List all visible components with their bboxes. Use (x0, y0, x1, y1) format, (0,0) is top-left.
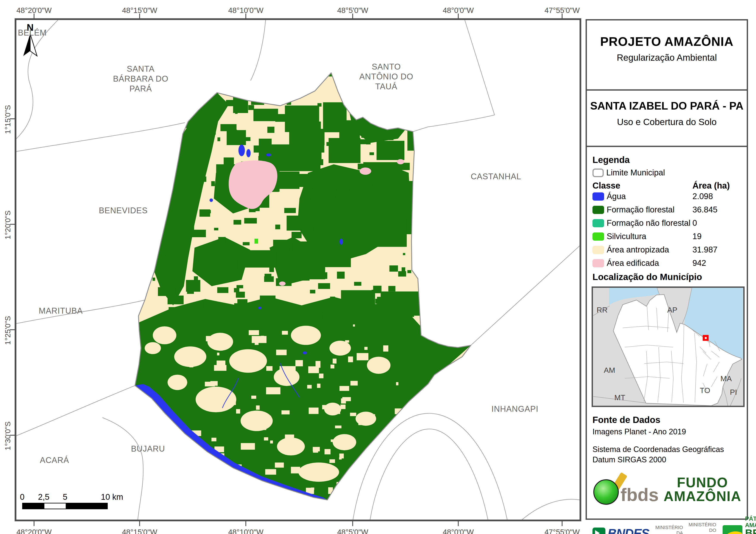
lon-label-bot-0: 48°20'0"W (16, 528, 51, 534)
state-label-to: TO (700, 386, 710, 394)
lon-label-bot-2: 48°10'0"W (228, 528, 263, 534)
ministerio-meio-ambiente-line1: MINISTÉRIO DO (688, 522, 716, 533)
tick (562, 521, 562, 526)
legend-row-antropizada: Área antropizada 31.987 (592, 245, 741, 254)
limite-municipal-label: Limite Municipal (606, 168, 665, 177)
tick (10, 224, 14, 225)
fbds-logo-text: fbds (620, 485, 659, 505)
map-label-santo-antonio: SANTO ANTÔNIO DO TAUÁ (359, 62, 414, 91)
north-arrow: N (17, 20, 47, 59)
project-subtitle: Regularização Ambiental (587, 53, 747, 63)
legend-swatch-silvicultura (592, 233, 604, 241)
state-label-ma: MA (720, 374, 732, 383)
legend-limite-row: Limite Municipal (592, 168, 741, 177)
tick (10, 118, 14, 119)
legend-swatch-edificada (592, 259, 604, 267)
tick (245, 521, 246, 526)
scalebar-10km: 10 km (101, 493, 123, 502)
municipality-box: SANTA IZABEL DO PARÁ - PA Uso e Cobertur… (587, 100, 747, 147)
tick (34, 521, 35, 526)
location-heading: Localização do Município (592, 272, 741, 282)
legend-label-florestal: Formação florestal (607, 205, 692, 215)
map-label-belem: BELÉM (18, 28, 47, 38)
map-frame (14, 18, 581, 521)
tick (139, 13, 140, 18)
source-heading: Fonte de Dados (592, 415, 741, 425)
project-title: PROJETO AMAZÔNIA (587, 34, 747, 49)
legend-area-header: Área (ha) (692, 181, 730, 191)
scalebar-5: 5 (63, 493, 67, 502)
legend-row-silvicultura: Silvicultura 19 (592, 232, 741, 241)
lon-label-bot-5: 47°55'0"W (544, 528, 580, 534)
legend-area-florestal: 36.845 (692, 205, 717, 215)
lon-label-top-1: 48°15'0"W (122, 6, 157, 14)
legend-row-nao-florestal: Formação não florestal 0 (592, 218, 741, 228)
legend-row-agua: Água 2.098 (592, 192, 741, 201)
map-label-acara: ACARÁ (40, 455, 69, 465)
legend-area-nao-florestal: 0 (692, 218, 697, 228)
legend-label-antropizada: Área antropizada (607, 245, 692, 254)
state-label-ap: AP (667, 306, 677, 314)
lat-label-2: 1°25'0"S (3, 313, 12, 347)
lat-label-3: 1°30'0"S (3, 419, 12, 453)
map-sheet-panel: PROJETO AMAZÔNIA Regularização Ambiental… (585, 19, 748, 520)
legend-heading: Legenda (592, 155, 741, 165)
tick (139, 521, 140, 526)
fundo-amazonia-logo: FUNDO AMAZÔNIA (663, 476, 742, 503)
state-label-am: AM (604, 366, 615, 374)
brasil-text: BRASIL (745, 528, 756, 534)
tick (10, 435, 14, 436)
legend-swatch-florestal (592, 206, 604, 214)
tick (458, 521, 459, 526)
ministerio-meio-ambiente-logo: MINISTÉRIO DO MEIO AMBIENTE (688, 522, 716, 534)
scale-bar (22, 503, 108, 509)
fbds-logo-globe (593, 479, 619, 505)
sponsor-logos-row-1: fbds FUNDO AMAZÔNIA (592, 473, 741, 506)
title-box: PROJETO AMAZÔNIA Regularização Ambiental (587, 34, 747, 90)
tick (352, 13, 353, 18)
legend-area-agua: 2.098 (692, 192, 713, 201)
ministerio-meio-ambiente-line2: MEIO AMBIENTE (688, 533, 716, 534)
legend-area-antropizada: 31.987 (692, 245, 717, 254)
lon-label-bot-1: 48°15'0"W (122, 528, 157, 534)
legend-swatch-agua (592, 192, 604, 201)
fbds-logo: fbds (592, 473, 663, 506)
lon-label-top-5: 47°55'0"W (544, 6, 580, 14)
legend-box: Legenda Limite Municipal Classe Área (ha… (587, 147, 747, 534)
legend-label-agua: Água (607, 192, 692, 201)
state-label-mt: MT (614, 393, 625, 402)
lon-label-bot-4: 48°0'0"W (443, 528, 474, 534)
state-label-pi: PI (730, 388, 737, 396)
legend-swatch-antropizada (592, 246, 604, 254)
land-use-map (16, 20, 580, 520)
map-label-bujaru: BUJARU (131, 444, 165, 454)
lat-label-1: 1°20'0"S (3, 208, 12, 242)
state-label-rr: RR (597, 306, 608, 314)
bndes-icon (592, 527, 606, 534)
legend-label-edificada: Área edificada (607, 259, 692, 268)
legend-row-edificada: Área edificada 942 (592, 259, 741, 268)
legend-header-row: Classe Área (ha) (592, 181, 741, 191)
municipality-title: SANTA IZABEL DO PARÁ - PA (587, 100, 747, 112)
source-line-1: Imagens Planet - Ano 2019 (592, 427, 741, 436)
map-label-santa-barbara: SANTA BÁRBARA DO PARÁ (113, 64, 168, 94)
fundo-amazonia-line2: AMAZÔNIA (663, 490, 742, 503)
scalebar-0: 0 (20, 493, 24, 502)
sponsor-logos-row-2: BNDES MINISTÉRIO DA ECONOMIA MINISTÉRIO … (592, 516, 741, 534)
fundo-amazonia-line1: FUNDO (663, 476, 742, 490)
lon-label-top-2: 48°10'0"W (228, 6, 263, 14)
source-line-3: Datum SIRGAS 2000 (592, 455, 741, 464)
map-label-castanhal: CASTANHAL (471, 171, 521, 181)
ministerio-economia-line1: MINISTÉRIO DA (655, 525, 683, 534)
para-state-inset: RR AP AM MA MT TO PI (593, 288, 743, 406)
legend-row-florestal: Formação florestal 36.845 (592, 205, 741, 215)
map-theme: Uso e Cobertura do Solo (587, 117, 747, 127)
scalebar-2-5: 2,5 (38, 493, 49, 502)
legend-label-nao-florestal: Formação não florestal (607, 218, 692, 228)
lon-label-top-0: 48°20'0"W (16, 6, 51, 14)
map-label-inhangapi: INHANGAPI (491, 404, 538, 414)
legend-area-silvicultura: 19 (692, 232, 701, 241)
tick (245, 13, 246, 18)
legend-class-header: Classe (592, 181, 692, 191)
lon-label-bot-3: 48°5'0"W (337, 528, 368, 534)
